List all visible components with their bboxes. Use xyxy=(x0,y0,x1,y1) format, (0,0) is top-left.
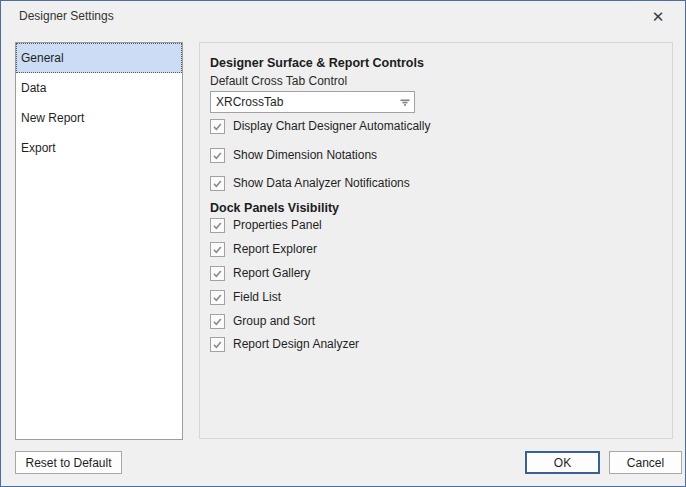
general-settings-panel: Designer Surface & Report Controls Defau… xyxy=(199,42,673,439)
checkbox-report-design-analyzer[interactable]: Report Design Analyzer xyxy=(210,336,359,352)
checkbox-checked-icon xyxy=(210,290,225,305)
checkbox-show-dimension-notations[interactable]: Show Dimension Notations xyxy=(210,147,377,163)
checkbox-checked-icon xyxy=(210,176,225,191)
checkbox-label: Properties Panel xyxy=(233,218,322,232)
checkbox-report-explorer[interactable]: Report Explorer xyxy=(210,241,317,257)
checkbox-checked-icon xyxy=(210,242,225,257)
title-bar: Designer Settings ✕ xyxy=(1,1,685,32)
combobox-value: XRCrossTab xyxy=(211,95,396,109)
checkbox-checked-icon xyxy=(210,119,225,134)
section-heading-designer-surface: Designer Surface & Report Controls xyxy=(210,56,424,70)
checkbox-checked-icon xyxy=(210,266,225,281)
ok-button[interactable]: OK xyxy=(525,451,600,474)
checkbox-report-gallery[interactable]: Report Gallery xyxy=(210,265,310,281)
checkbox-label: Show Dimension Notations xyxy=(233,148,377,162)
dialog-title: Designer Settings xyxy=(19,9,114,23)
checkbox-checked-icon xyxy=(210,337,225,352)
sidebar-item-new-report[interactable]: New Report xyxy=(16,103,182,133)
reset-to-default-button[interactable]: Reset to Default xyxy=(15,451,122,474)
sidebar-item-label: Export xyxy=(21,141,56,155)
checkbox-show-data-analyzer-notifications[interactable]: Show Data Analyzer Notifications xyxy=(210,175,410,191)
checkbox-label: Display Chart Designer Automatically xyxy=(233,119,430,133)
checkbox-label: Report Gallery xyxy=(233,266,310,280)
sidebar-item-label: New Report xyxy=(21,111,84,125)
close-icon[interactable]: ✕ xyxy=(646,5,670,29)
sidebar-item-label: Data xyxy=(21,81,46,95)
checkbox-label: Field List xyxy=(233,290,281,304)
checkbox-label: Group and Sort xyxy=(233,314,315,328)
checkbox-field-list[interactable]: Field List xyxy=(210,289,281,305)
checkbox-properties-panel[interactable]: Properties Panel xyxy=(210,217,322,233)
chevron-down-icon[interactable] xyxy=(396,99,414,106)
checkbox-label: Report Design Analyzer xyxy=(233,337,359,351)
sidebar-item-data[interactable]: Data xyxy=(16,73,182,103)
checkbox-display-chart-designer[interactable]: Display Chart Designer Automatically xyxy=(210,118,430,134)
checkbox-group-and-sort[interactable]: Group and Sort xyxy=(210,313,315,329)
settings-category-list: General Data New Report Export xyxy=(15,42,183,440)
sidebar-item-export[interactable]: Export xyxy=(16,133,182,163)
cancel-button[interactable]: Cancel xyxy=(609,451,682,474)
checkbox-checked-icon xyxy=(210,314,225,329)
default-cross-tab-label: Default Cross Tab Control xyxy=(210,74,347,88)
checkbox-label: Show Data Analyzer Notifications xyxy=(233,176,410,190)
section-heading-dock-panels: Dock Panels Visibility xyxy=(210,201,339,215)
default-cross-tab-combobox[interactable]: XRCrossTab xyxy=(210,91,415,113)
checkbox-label: Report Explorer xyxy=(233,242,317,256)
sidebar-item-general[interactable]: General xyxy=(16,43,182,73)
checkbox-checked-icon xyxy=(210,218,225,233)
checkbox-checked-icon xyxy=(210,148,225,163)
designer-settings-dialog: Designer Settings ✕ General Data New Rep… xyxy=(0,0,686,487)
sidebar-item-label: General xyxy=(21,51,64,65)
